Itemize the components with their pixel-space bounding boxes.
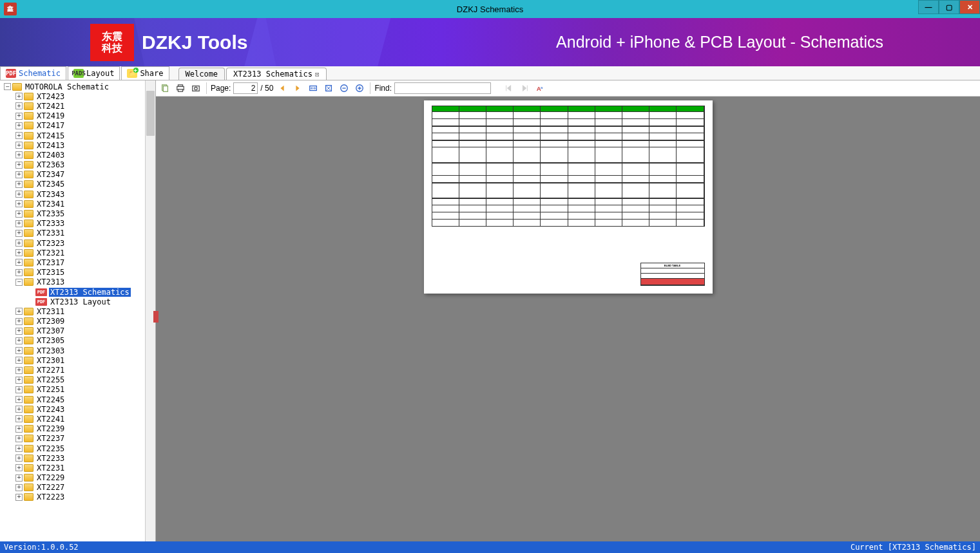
expand-icon[interactable]: +	[15, 377, 23, 384]
tree-folder[interactable]: −XT2313	[0, 277, 155, 287]
tree-folder[interactable]: +XT2335	[0, 209, 155, 218]
expand-icon[interactable]: +	[15, 386, 23, 393]
tree-folder[interactable]: +XT2423	[0, 91, 155, 101]
scrollbar-thumb[interactable]	[146, 91, 155, 136]
tree-folder[interactable]: −MOTOROLA Schematic	[0, 82, 155, 91]
tree-folder[interactable]: +XT2403	[0, 150, 155, 160]
tree-folder[interactable]: +XT2341	[0, 199, 155, 209]
minimize-button[interactable]: —	[918, 0, 939, 14]
expand-icon[interactable]: +	[15, 435, 23, 442]
sidebar[interactable]: −MOTOROLA Schematic+XT2423+XT2421+XT2419…	[0, 80, 156, 541]
tree-folder[interactable]: +XT2323	[0, 238, 155, 248]
tree-folder[interactable]: +XT2271	[0, 365, 155, 375]
tree-folder[interactable]: +XT2307	[0, 326, 155, 336]
expand-icon[interactable]: +	[15, 102, 23, 109]
expand-icon[interactable]: +	[15, 249, 23, 256]
tree-folder[interactable]: +XT2303	[0, 346, 155, 355]
fit-page-button[interactable]	[322, 82, 335, 95]
zoom-in-button[interactable]	[353, 82, 366, 95]
collapse-icon[interactable]: −	[15, 279, 23, 286]
tree-folder[interactable]: +XT2347	[0, 170, 155, 180]
pdf-viewer[interactable]: BLBD TABLE	[156, 97, 980, 541]
expand-icon[interactable]: +	[15, 191, 23, 198]
expand-icon[interactable]: +	[15, 455, 23, 462]
expand-icon[interactable]: +	[15, 308, 23, 315]
prev-page-button[interactable]	[276, 82, 289, 95]
splitter-handle[interactable]	[153, 311, 159, 323]
tree-folder[interactable]: +XT2419	[0, 111, 155, 121]
tree-folder[interactable]: +XT2301	[0, 355, 155, 365]
expand-icon[interactable]: +	[15, 132, 23, 139]
tree-folder[interactable]: +XT2231	[0, 463, 155, 473]
collapse-icon[interactable]: −	[4, 83, 11, 90]
tree-folder[interactable]: +XT2237	[0, 434, 155, 444]
maximize-button[interactable]: ▢	[939, 0, 959, 14]
expand-icon[interactable]: +	[15, 406, 23, 413]
expand-icon[interactable]: +	[15, 171, 23, 178]
expand-icon[interactable]: +	[15, 464, 23, 471]
tree-file[interactable]: PDFXT2313 Layout	[0, 297, 155, 306]
expand-icon[interactable]: +	[15, 396, 23, 403]
expand-icon[interactable]: +	[15, 181, 23, 188]
expand-icon[interactable]: +	[15, 328, 23, 335]
find-input[interactable]	[394, 82, 491, 94]
expand-icon[interactable]: +	[15, 142, 23, 149]
find-prev-button[interactable]	[503, 82, 515, 95]
expand-icon[interactable]: +	[15, 445, 23, 452]
tree-folder[interactable]: +XT2305	[0, 336, 155, 346]
expand-icon[interactable]: +	[15, 494, 23, 501]
expand-icon[interactable]: +	[15, 269, 23, 276]
tree-folder[interactable]: +XT2317	[0, 258, 155, 267]
tree-folder[interactable]: +XT2241	[0, 414, 155, 424]
tree-folder[interactable]: +XT2245	[0, 395, 155, 404]
panel-tab-share[interactable]: 📁 Share	[121, 66, 169, 80]
expand-icon[interactable]: +	[15, 239, 23, 247]
document-tab[interactable]: Welcome	[178, 68, 226, 80]
expand-icon[interactable]: +	[15, 113, 23, 120]
tree-folder[interactable]: +XT2421	[0, 101, 155, 111]
find-options-button[interactable]: Aa	[533, 82, 546, 95]
tree-folder[interactable]: +XT2233	[0, 453, 155, 463]
page-input[interactable]	[233, 82, 258, 94]
expand-icon[interactable]: +	[15, 200, 23, 207]
tree-folder[interactable]: +XT2243	[0, 404, 155, 414]
tree-folder[interactable]: +XT2223	[0, 492, 155, 502]
tree-folder[interactable]: +XT2235	[0, 444, 155, 453]
expand-icon[interactable]: +	[15, 474, 23, 482]
expand-icon[interactable]: +	[15, 318, 23, 325]
snapshot-button[interactable]	[189, 82, 202, 95]
tree-folder[interactable]: +XT2311	[0, 306, 155, 316]
expand-icon[interactable]: +	[15, 93, 23, 100]
expand-icon[interactable]: +	[15, 122, 23, 129]
expand-icon[interactable]: +	[15, 415, 23, 422]
close-tab-icon[interactable]: ⊠	[315, 70, 320, 79]
expand-icon[interactable]: +	[15, 220, 23, 227]
tree-folder[interactable]: +XT2239	[0, 424, 155, 434]
tree-folder[interactable]: +XT2345	[0, 180, 155, 189]
expand-icon[interactable]: +	[15, 484, 23, 491]
tree-folder[interactable]: +XT2363	[0, 160, 155, 170]
tree-folder[interactable]: +XT2333	[0, 219, 155, 229]
expand-icon[interactable]: +	[15, 426, 23, 433]
expand-icon[interactable]: +	[15, 211, 23, 218]
zoom-out-button[interactable]	[338, 82, 351, 95]
tree-folder[interactable]: +XT2417	[0, 121, 155, 131]
close-button[interactable]: ✕	[959, 0, 980, 14]
tree-folder[interactable]: +XT2229	[0, 473, 155, 483]
expand-icon[interactable]: +	[15, 162, 23, 169]
tree-folder[interactable]: +XT2331	[0, 229, 155, 238]
panel-tab-layout[interactable]: PADS Layout	[68, 66, 120, 80]
expand-icon[interactable]: +	[15, 337, 23, 344]
panel-tab-schematic[interactable]: PDF Schematic	[0, 66, 66, 80]
tree-folder[interactable]: +XT2255	[0, 375, 155, 385]
next-page-button[interactable]	[291, 82, 304, 95]
fit-width-button[interactable]	[307, 82, 320, 95]
tree-folder[interactable]: +XT2309	[0, 317, 155, 326]
print-button[interactable]	[174, 82, 187, 95]
expand-icon[interactable]: +	[15, 347, 23, 354]
find-next-button[interactable]	[518, 82, 531, 95]
expand-icon[interactable]: +	[15, 367, 23, 374]
expand-icon[interactable]: +	[15, 230, 23, 237]
tree-folder[interactable]: +XT2251	[0, 385, 155, 395]
document-tab[interactable]: XT2313 Schematics⊠	[226, 68, 326, 80]
